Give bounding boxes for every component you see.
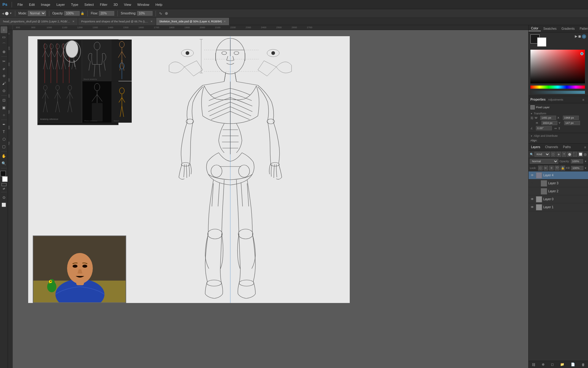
add-style-btn[interactable]: ⊕ xyxy=(542,362,545,366)
filter-icon-5[interactable]: ⬛ xyxy=(573,152,577,157)
layers-tab[interactable]: Layers xyxy=(529,145,543,149)
tab-0-close[interactable]: ✕ xyxy=(72,20,75,23)
menu-3d[interactable]: 3D xyxy=(112,2,119,7)
hand-tool[interactable]: ✋ xyxy=(1,153,7,159)
align-title[interactable]: Align and Distribute xyxy=(530,134,586,137)
swatches-tab[interactable]: Swatches xyxy=(541,26,559,31)
flip-v-icon[interactable]: ⇕ xyxy=(558,127,560,130)
properties-collapse[interactable]: ≡ xyxy=(581,98,586,102)
color-tool-1[interactable]: ◼ xyxy=(578,34,581,39)
lock-artboard-btn[interactable]: ⛉ xyxy=(555,166,559,171)
w-input[interactable] xyxy=(540,116,556,120)
color-hue-bar[interactable] xyxy=(530,86,585,89)
eyedropper-tool[interactable]: ⌀ xyxy=(1,65,7,72)
gradients-tab[interactable]: Gradients xyxy=(559,26,577,31)
filter-icon-2[interactable]: ◈ xyxy=(556,152,561,157)
layer-item-3[interactable]: 👁 Layer 3 xyxy=(529,179,588,187)
flow-input[interactable] xyxy=(99,11,114,16)
menu-image[interactable]: Image xyxy=(40,2,52,7)
background-swatch[interactable] xyxy=(537,37,546,47)
color-tab[interactable]: Color xyxy=(529,26,541,31)
tab-1[interactable]: Proportions and shapes of the head.psd @… xyxy=(78,18,156,25)
text-tool[interactable]: T xyxy=(1,128,7,135)
path-tool[interactable]: ⬡ xyxy=(1,136,7,143)
menu-file[interactable]: File xyxy=(16,2,24,7)
y-input[interactable] xyxy=(564,121,580,125)
layer-1-visibility[interactable]: 👁 xyxy=(530,205,535,210)
color-circle-btn[interactable]: ⊙ xyxy=(582,34,586,39)
filter-icon-6[interactable]: ⬜ xyxy=(578,152,583,157)
brush-tool[interactable]: 🖌 xyxy=(1,80,7,87)
x-input[interactable] xyxy=(563,116,579,120)
menu-filter[interactable]: Filter xyxy=(99,2,108,7)
menu-layer[interactable]: Layer xyxy=(55,2,66,7)
screen-mode-icon[interactable]: ⬜ xyxy=(1,201,7,208)
paths-tab[interactable]: Paths xyxy=(560,145,573,149)
move-tool[interactable]: ↕ xyxy=(1,26,7,33)
menu-select[interactable]: Select xyxy=(83,2,95,7)
menu-window[interactable]: Window xyxy=(136,2,150,7)
layer-2-visibility[interactable]: 👁 xyxy=(530,189,535,194)
lock-transparent-btn[interactable]: ⬡ xyxy=(538,166,543,171)
opacity-input[interactable] xyxy=(64,11,80,16)
angle-input[interactable] xyxy=(536,126,552,130)
canvas-area[interactable]: Anatomy reference xyxy=(13,30,528,368)
tab-0[interactable]: head_proportions_skull.psd @ 100% (Layer… xyxy=(0,18,78,25)
layer-0-visibility[interactable]: 👁 xyxy=(530,197,535,202)
fill-dropdown-icon[interactable]: ▼ xyxy=(584,167,587,170)
layers-panel-collapse[interactable]: ≡ xyxy=(582,145,588,149)
link-layers-btn[interactable]: ⛓ xyxy=(532,363,535,366)
airbrush-icon[interactable]: ∿ xyxy=(159,11,162,16)
flip-h-icon[interactable]: ⇔ xyxy=(554,127,557,130)
layer-item-4[interactable]: 👁 Layer 4 xyxy=(529,171,588,179)
filter-icon-4[interactable]: ⬤ xyxy=(567,152,572,157)
crop-tool[interactable]: ✂ xyxy=(1,58,7,65)
magic-wand-tool[interactable]: ⊕ xyxy=(1,48,7,55)
filter-dropdown[interactable]: Kind xyxy=(534,152,550,157)
blend-mode-dropdown[interactable]: Normal xyxy=(530,159,558,164)
foreground-color[interactable] xyxy=(0,171,6,176)
menu-view[interactable]: View xyxy=(123,2,133,7)
layer-item-0[interactable]: 👁 Layer 0 xyxy=(529,195,588,203)
menu-type[interactable]: Type xyxy=(70,2,80,7)
layer-3-visibility[interactable]: 👁 xyxy=(530,181,535,186)
new-group-btn[interactable]: 📁 xyxy=(560,362,564,366)
opacity-input-layers[interactable] xyxy=(571,159,583,163)
eraser-tool[interactable]: ⊡ xyxy=(1,97,7,104)
h-input[interactable] xyxy=(541,121,557,125)
patterns-tab[interactable]: Patterns xyxy=(577,26,588,31)
layer-item-2[interactable]: 👁 Layer 2 xyxy=(529,187,588,195)
lasso-tool[interactable]: ⌒ xyxy=(1,41,7,48)
dodge-tool[interactable]: ○ xyxy=(1,112,7,118)
color-gradient-box[interactable] xyxy=(530,50,585,83)
filter-toggle[interactable]: ◎ xyxy=(584,152,587,156)
swap-colors-icon[interactable]: ⇌ xyxy=(3,187,5,190)
channels-tab[interactable]: Channels xyxy=(543,145,560,149)
link-icon[interactable]: ⛓ xyxy=(530,116,533,120)
play-icon[interactable]: ▶ xyxy=(575,34,577,39)
gradient-tool[interactable]: ▣ xyxy=(1,104,7,111)
mode-dropdown[interactable]: Normal xyxy=(28,11,46,16)
tab-2-close[interactable]: ✕ xyxy=(224,20,226,23)
opacity-lock-icon[interactable]: 🔒 xyxy=(81,12,84,15)
layer-item-1[interactable]: 👁 Layer 1 xyxy=(529,203,588,211)
new-layer-btn[interactable]: 📄 xyxy=(571,362,575,366)
marquee-tool[interactable]: ▭ xyxy=(1,34,7,40)
healing-tool[interactable]: ✛ xyxy=(1,73,7,79)
menu-help[interactable]: Help xyxy=(154,2,164,7)
opacity-dropdown-icon[interactable]: ▼ xyxy=(584,160,587,163)
delete-layer-btn[interactable]: 🗑 xyxy=(582,363,585,366)
quick-mask-icon[interactable]: ⊙ xyxy=(1,194,7,201)
layer-4-visibility[interactable]: 👁 xyxy=(530,173,535,178)
lock-pixels-btn[interactable]: ✏ xyxy=(544,166,548,171)
default-colors-icon[interactable] xyxy=(2,183,6,186)
tab-1-close[interactable]: ✕ xyxy=(150,20,153,23)
shape-tool[interactable]: ▢ xyxy=(1,143,7,150)
filter-icon-3[interactable]: T xyxy=(562,152,567,157)
alpha-bar[interactable] xyxy=(530,91,585,94)
smoothing-input[interactable] xyxy=(137,11,153,16)
tab-2[interactable]: Skeleton_front_side.psd @ 50% (Layer 4, … xyxy=(156,18,229,25)
adjustments-tab-btn[interactable]: Adjustments xyxy=(548,98,563,101)
pen-tool[interactable]: ✒ xyxy=(1,121,7,128)
add-mask-btn[interactable]: ◻ xyxy=(551,362,554,366)
